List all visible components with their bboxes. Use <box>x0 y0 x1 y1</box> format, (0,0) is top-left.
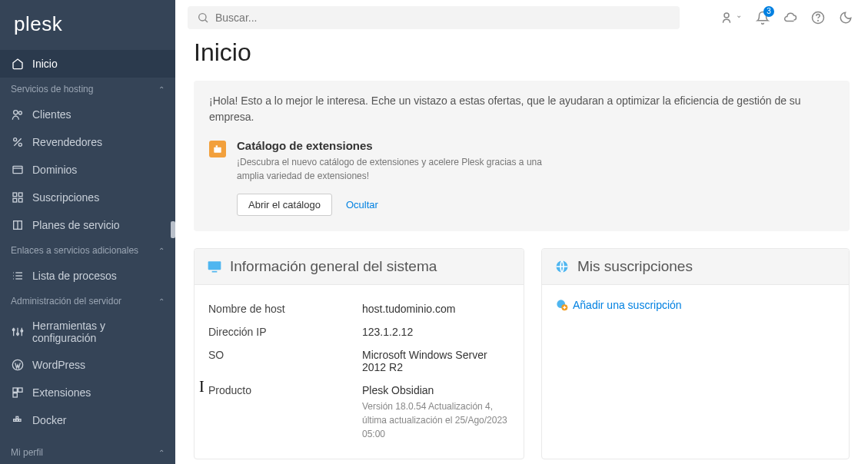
chevron-up-icon: ⌃ <box>158 247 165 255</box>
catalog-promo: Catálogo de extensiones ¡Descubra el nue… <box>209 139 834 216</box>
topbar-icons: ⌄ 3 <box>720 11 853 25</box>
sidebar-item-process-list[interactable]: Lista de procesos <box>0 262 175 290</box>
svg-point-33 <box>199 14 206 21</box>
docker-icon <box>11 413 25 427</box>
svg-rect-8 <box>18 193 22 197</box>
add-subscription[interactable]: Añadir una suscripción <box>542 285 849 325</box>
sidebar-section-links[interactable]: Enlaces a servicios adicionales ⌃ <box>0 239 175 262</box>
sidebar-section-server[interactable]: Administración del servidor ⌃ <box>0 290 175 313</box>
sidebar-resize-handle[interactable] <box>171 221 175 238</box>
svg-point-1 <box>18 111 22 114</box>
sliders-icon <box>11 325 25 339</box>
sidebar-item-label: Suscripciones <box>32 191 99 204</box>
welcome-box: ¡Hola! Esto a lo mejor le interesa. Eche… <box>194 81 850 231</box>
chevron-up-icon: ⌃ <box>158 449 165 457</box>
svg-rect-10 <box>18 198 22 202</box>
chevron-up-icon: ⌃ <box>158 297 165 306</box>
sidebar-item-label: Planes de servicio <box>32 219 120 231</box>
open-catalog-button[interactable]: Abrir el catálogo <box>237 194 332 216</box>
svg-point-4 <box>18 143 22 146</box>
book-icon <box>11 218 25 232</box>
info-row-hostname: Nombre de host host.tudominio.com <box>208 297 510 320</box>
svg-line-2 <box>14 138 21 145</box>
sidebar-item-service-plans[interactable]: Planes de servicio <box>0 211 175 239</box>
sidebar-item-tools[interactable]: Herramientas y configuración <box>0 313 175 351</box>
svg-point-3 <box>14 138 17 141</box>
svg-rect-39 <box>216 145 218 147</box>
theme-icon[interactable] <box>839 11 853 25</box>
sidebar-item-docker[interactable]: Docker <box>0 406 175 434</box>
globe-add-icon <box>556 299 568 311</box>
user-icon <box>11 108 25 121</box>
sidebar-item-resellers[interactable]: Revendedores <box>0 128 175 156</box>
home-icon <box>11 57 25 71</box>
svg-rect-7 <box>13 193 17 197</box>
catalog-desc: ¡Descubra el nuevo catálogo de extension… <box>237 155 560 183</box>
main: ⌄ 3 Inicio ¡Hola! Esto a lo mejor le int… <box>175 0 868 464</box>
svg-rect-30 <box>16 419 18 422</box>
monitor-icon <box>207 259 222 274</box>
logo[interactable]: plesk <box>0 0 175 50</box>
svg-point-37 <box>818 20 819 21</box>
cloud-icon[interactable] <box>783 11 797 25</box>
sidebar-section-profile[interactable]: Mi perfil ⌃ <box>0 441 175 464</box>
search-input[interactable] <box>215 12 670 24</box>
svg-rect-38 <box>214 147 221 153</box>
svg-rect-28 <box>13 393 17 397</box>
help-icon[interactable] <box>811 11 825 25</box>
panels: Información general del sistema Nombre d… <box>194 248 850 459</box>
sidebar-item-clients[interactable]: Clientes <box>0 101 175 128</box>
sidebar-section-hosting[interactable]: Servicios de hosting ⌃ <box>0 78 175 101</box>
text-cursor: I <box>199 378 205 396</box>
svg-rect-31 <box>18 419 21 422</box>
subscriptions-heading: Mis suscripciones <box>577 258 693 275</box>
user-menu[interactable]: ⌄ <box>720 11 742 25</box>
info-row-product: Producto Plesk Obsidian Versión 18.0.54 … <box>208 379 510 446</box>
list-icon <box>11 269 25 283</box>
catalog-title: Catálogo de extensiones <box>237 139 560 152</box>
subscriptions-panel: Mis suscripciones Añadir una suscripción <box>541 248 850 459</box>
search-box[interactable] <box>188 6 680 29</box>
sidebar-item-extensions[interactable]: Extensiones <box>0 379 175 406</box>
sidebar-item-domains[interactable]: Dominios <box>0 156 175 184</box>
search-icon <box>197 12 209 24</box>
info-row-ip: Dirección IP 123.1.2.12 <box>208 320 510 343</box>
hide-link[interactable]: Ocultar <box>346 199 378 210</box>
info-row-os: SO Microsoft Windows Server 2012 R2 <box>208 343 510 379</box>
svg-rect-26 <box>13 388 17 392</box>
grid-icon <box>11 191 25 204</box>
sidebar-item-label: Clientes <box>32 108 72 121</box>
svg-point-35 <box>724 13 729 18</box>
system-info-heading: Información general del sistema <box>230 258 437 275</box>
svg-point-0 <box>14 111 18 114</box>
topbar: ⌄ 3 <box>175 0 868 35</box>
catalog-icon <box>209 141 226 157</box>
sidebar-item-label: Herramientas y configuración <box>32 320 165 344</box>
percent-icon <box>11 135 25 149</box>
notifications-badge: 3 <box>763 6 774 17</box>
sidebar: plesk Inicio Servicios de hosting ⌃ Clie… <box>0 0 175 464</box>
sidebar-item-wordpress[interactable]: WordPress <box>0 351 175 379</box>
svg-rect-5 <box>13 166 22 173</box>
notifications-icon[interactable]: 3 <box>756 11 770 25</box>
content: Inicio ¡Hola! Esto a lo mejor le interes… <box>175 35 868 464</box>
sidebar-item-label: Revendedores <box>32 136 102 148</box>
svg-rect-29 <box>14 419 16 422</box>
window-icon <box>11 163 25 177</box>
sidebar-item-subscriptions[interactable]: Suscripciones <box>0 184 175 211</box>
sidebar-item-label: Docker <box>32 414 66 426</box>
chevron-up-icon: ⌃ <box>158 85 165 94</box>
sidebar-item-label: Lista de procesos <box>32 270 117 282</box>
wordpress-icon <box>11 358 25 372</box>
welcome-intro: ¡Hola! Esto a lo mejor le interesa. Eche… <box>209 93 834 125</box>
system-info-panel: Información general del sistema Nombre d… <box>194 248 524 459</box>
globe-icon <box>554 259 570 274</box>
add-subscription-link[interactable]: Añadir una suscripción <box>573 299 682 311</box>
svg-line-34 <box>205 20 208 22</box>
svg-rect-27 <box>18 388 22 392</box>
sidebar-item-label: WordPress <box>32 359 85 371</box>
svg-rect-9 <box>13 198 17 202</box>
sidebar-item-home[interactable]: Inicio <box>0 50 175 78</box>
sidebar-item-label: Inicio <box>32 58 58 70</box>
svg-rect-32 <box>16 416 18 419</box>
